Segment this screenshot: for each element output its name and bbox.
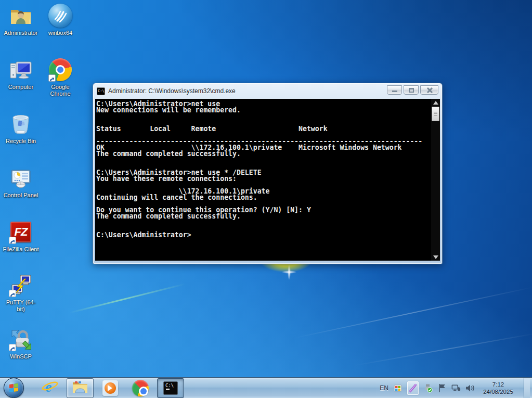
shortcut-arrow-icon <box>48 74 56 82</box>
windows-logo-icon <box>9 383 18 392</box>
svg-text:e: e <box>45 379 51 395</box>
desktop-icon-label: Google Chrome <box>44 84 77 97</box>
desktop-icon-label: Control Panel <box>0 192 43 199</box>
desktop-icon-google-chrome[interactable]: Google Chrome <box>38 57 83 97</box>
wallpaper-streak <box>355 332 532 366</box>
wallpaper-streak <box>294 287 532 339</box>
volume-tray-icon[interactable] <box>465 383 475 393</box>
language-indicator[interactable]: EN <box>380 384 388 392</box>
clock-time: 7:12 <box>479 381 517 388</box>
pen-tray-icon[interactable] <box>407 381 419 395</box>
desktop-icon-label: Computer <box>0 84 43 91</box>
cmd-window-titlebar[interactable]: C:\ Administrator: C:\Windows\system32\c… <box>93 83 442 99</box>
desktop-icon-administrator[interactable]: Administrator <box>0 3 43 36</box>
desktop-icon-control-panel[interactable]: Control Panel <box>0 165 43 199</box>
taskbar-clock[interactable]: 7:12 24/08/2025 <box>479 381 517 395</box>
folder-icon <box>72 380 88 396</box>
desktop-icon-label: FileZilla Client <box>0 246 43 253</box>
windows-update-tray-icon[interactable] <box>393 383 403 393</box>
scrollbar-thumb[interactable] <box>432 107 439 121</box>
cmd-icon: C:\ <box>163 381 178 395</box>
safely-remove-hardware-tray-icon[interactable] <box>423 383 433 393</box>
media-player-icon <box>102 380 118 396</box>
cmd-window: C:\ Administrator: C:\Windows\system32\c… <box>93 83 443 264</box>
filezilla-icon: FZ <box>8 220 33 245</box>
taskbar-internet-explorer-button[interactable]: e <box>36 378 63 398</box>
taskbar-cmd-button[interactable]: C:\ <box>157 378 184 398</box>
shortcut-arrow-icon <box>9 290 16 297</box>
scroll-up-button[interactable] <box>431 99 440 106</box>
start-button[interactable] <box>4 378 24 398</box>
network-tray-icon[interactable] <box>451 383 461 393</box>
desktop-icon-winbox64[interactable]: winbox64 <box>38 3 83 36</box>
window-title: Administrator: C:\Windows\system32\cmd.e… <box>108 87 236 95</box>
desktop-icon-label: Administrator <box>0 30 43 36</box>
winbox-icon <box>48 3 73 28</box>
shortcut-arrow-icon <box>9 237 16 244</box>
action-center-flag-icon[interactable] <box>437 383 447 393</box>
putty-icon <box>8 273 33 298</box>
desktop-icon-recycle-bin[interactable]: Recycle Bin <box>0 111 43 145</box>
close-button[interactable] <box>420 85 438 95</box>
desktop-icon-computer[interactable]: Computer <box>0 57 43 91</box>
wallpaper-sparkle <box>283 264 295 280</box>
desktop-icon-label: WinSCP <box>0 353 43 360</box>
wallpaper-streak <box>69 283 186 314</box>
desktop: Administrator winbox64 <box>0 0 532 398</box>
scroll-down-button[interactable] <box>431 253 440 261</box>
console-output: C:\Users\Administrator>net use New conne… <box>95 99 431 261</box>
computer-icon <box>8 57 33 82</box>
cmd-window-icon: C:\ <box>97 87 105 95</box>
desktop-icon-label: winbox64 <box>38 30 83 36</box>
chrome-icon <box>132 380 149 396</box>
desktop-icon-label: Recycle Bin <box>0 138 43 145</box>
clock-date: 24/08/2025 <box>479 388 517 395</box>
minimize-button[interactable] <box>387 85 402 95</box>
chrome-icon <box>48 57 73 82</box>
taskbar: e C:\ <box>0 377 532 398</box>
user-folder-icon <box>8 3 33 28</box>
desktop-icon-winscp[interactable]: WinSCP <box>0 327 43 360</box>
desktop-icon-label: PuTTY (64-bit) <box>4 299 37 313</box>
console-scrollbar[interactable] <box>431 99 440 261</box>
shortcut-arrow-icon <box>9 344 16 351</box>
taskbar-media-player-button[interactable] <box>97 378 124 398</box>
winscp-icon <box>8 327 33 352</box>
maximize-button[interactable] <box>404 85 419 95</box>
fz-logo-text: FZ <box>15 225 28 239</box>
console[interactable]: C:\Users\Administrator>net use New conne… <box>95 99 440 261</box>
system-tray: EN <box>380 378 532 398</box>
internet-explorer-icon: e <box>41 379 59 397</box>
desktop-icon-putty[interactable]: PuTTY (64-bit) <box>0 273 43 313</box>
recycle-bin-icon <box>8 111 33 136</box>
desktop-icon-filezilla[interactable]: FZ FileZilla Client <box>0 220 43 253</box>
taskbar-explorer-button[interactable] <box>67 378 94 398</box>
show-desktop-button[interactable] <box>524 378 530 398</box>
taskbar-chrome-button[interactable] <box>127 378 154 398</box>
control-panel-icon <box>8 165 33 190</box>
